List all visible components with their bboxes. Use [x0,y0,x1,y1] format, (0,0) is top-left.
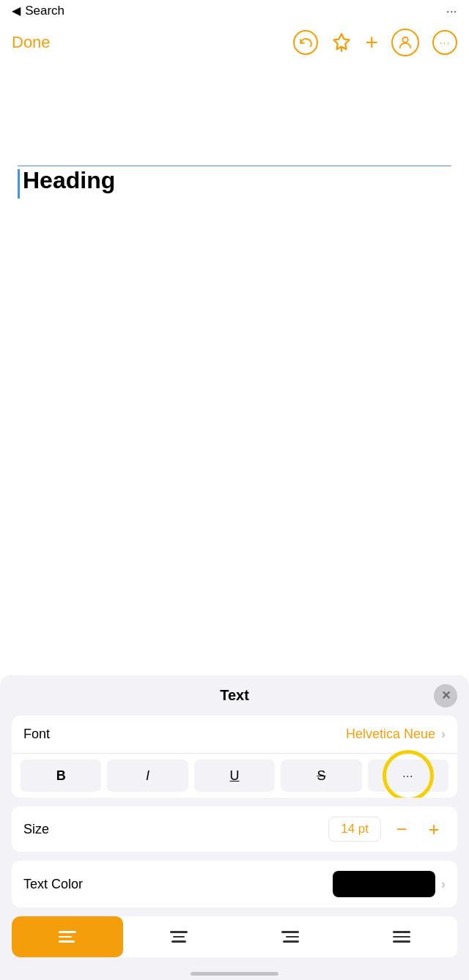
person-button[interactable] [391,29,419,56]
status-dots: ··· [446,5,457,17]
heading-line: Heading [18,166,451,198]
align-right-button[interactable] [234,916,346,957]
more-format-dots: ··· [402,770,413,782]
more-dots: ··· [440,37,451,48]
panel-title: Text [220,687,249,704]
pin-button[interactable] [331,32,352,53]
align-left-button[interactable] [12,916,123,957]
font-name-value: Helvetica Neue [346,727,435,742]
back-label: Search [25,4,64,18]
home-bar [191,972,278,976]
font-label: Font [23,727,50,742]
text-format-panel: Text ✕ Font Helvetica Neue › B I U S [0,675,469,980]
panel-header: Text ✕ [0,687,469,704]
alignment-section [12,916,457,957]
font-value-group: Helvetica Neue › [346,727,446,742]
done-button[interactable]: Done [12,33,51,52]
toolbar-right: + ··· [293,29,457,56]
color-swatch [333,871,435,897]
status-indicators: ··· [446,5,457,17]
more-options-button[interactable]: ··· [432,30,457,55]
more-format-button[interactable]: ··· [368,760,448,792]
size-value: 14 pt [328,817,381,842]
editor-area[interactable]: Heading [0,63,469,532]
font-row[interactable]: Font Helvetica Neue › [12,716,457,754]
decrease-size-button[interactable]: − [390,817,413,841]
underline-label: U [230,768,240,784]
more-circle: ··· [432,30,457,55]
back-navigation[interactable]: ◀ Search [12,4,64,18]
back-arrow-icon: ◀ [12,4,21,17]
color-chevron-icon: › [441,877,446,892]
align-center-button[interactable] [123,916,234,957]
align-right-icon [281,931,299,943]
undo-circle [293,30,318,55]
strikethrough-button[interactable]: S [281,760,361,792]
align-center-icon [170,931,188,943]
align-left-icon [59,931,76,943]
bold-button[interactable]: B [21,760,101,792]
underline-button[interactable]: U [194,760,275,792]
undo-button[interactable] [293,30,318,55]
size-label: Size [23,822,49,837]
text-cursor [18,169,20,198]
text-color-row[interactable]: Text Color › [12,861,457,907]
align-justify-button[interactable] [346,916,457,957]
increase-size-button[interactable]: + [422,817,446,841]
toolbar-left: Done [12,33,51,52]
toolbar: Done + [0,22,469,63]
alignment-row [12,916,457,957]
text-color-section: Text Color › [12,861,457,907]
align-justify-icon [393,931,410,943]
text-color-label: Text Color [23,877,83,892]
add-button[interactable]: + [365,30,378,55]
svg-point-1 [402,37,407,42]
person-circle [391,29,419,56]
heading-text: Heading [23,166,115,194]
italic-button[interactable]: I [107,760,188,792]
text-color-value-group: › [333,871,446,897]
status-bar: ◀ Search ··· [0,0,469,22]
size-controls: 14 pt − + [328,817,446,842]
font-chevron-icon: › [441,727,446,742]
size-section: Size 14 pt − + [12,806,457,852]
font-section: Font Helvetica Neue › B I U S ··· [12,716,457,798]
format-buttons-row: B I U S ··· [12,754,457,798]
size-row: Size 14 pt − + [12,806,457,852]
strikethrough-label: S [317,768,325,784]
bold-label: B [56,768,66,784]
home-indicator [0,966,469,980]
close-panel-button[interactable]: ✕ [434,684,457,708]
italic-label: I [146,768,149,784]
